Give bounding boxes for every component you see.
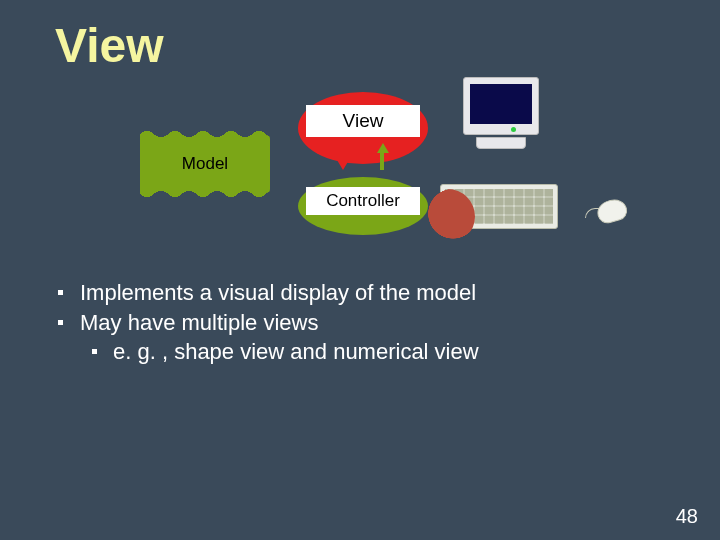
view-label: View	[306, 105, 420, 137]
input-devices-icon	[440, 182, 645, 242]
monitor-icon	[458, 77, 544, 155]
page-number: 48	[676, 505, 698, 528]
slide: View Model View Controller	[0, 0, 720, 540]
controller-label: Controller	[306, 187, 420, 215]
arrow-view-to-controller-icon	[337, 143, 347, 171]
controller-node: Controller	[298, 177, 428, 235]
mvc-diagram: Model View Controller	[140, 95, 660, 255]
view-node: View	[298, 92, 428, 164]
list-item: Implements a visual display of the model	[58, 278, 680, 308]
slide-title: View	[55, 18, 164, 73]
arrow-controller-to-view-icon	[377, 143, 387, 171]
list-item: May have multiple views	[58, 308, 680, 338]
model-box: Model	[140, 135, 270, 193]
list-sub-item: e. g. , shape view and numerical view	[58, 337, 680, 367]
bullet-list: Implements a visual display of the model…	[58, 278, 680, 367]
model-label: Model	[182, 154, 228, 174]
mouse-icon	[587, 196, 632, 228]
hand-icon	[420, 189, 475, 244]
